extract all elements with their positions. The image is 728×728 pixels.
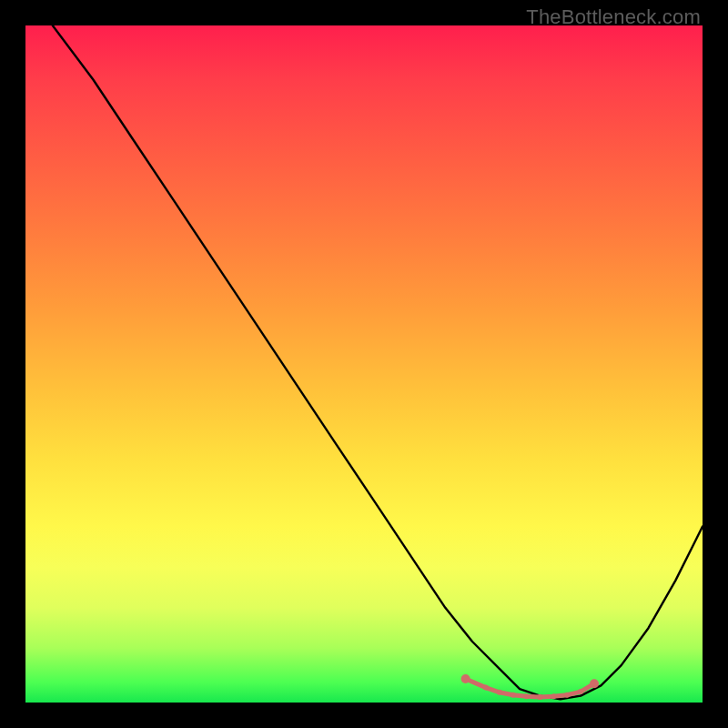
svg-point-5 (524, 693, 530, 699)
svg-point-0 (461, 674, 470, 683)
svg-point-4 (511, 693, 516, 698)
chart-svg (25, 25, 703, 703)
svg-point-1 (590, 679, 599, 688)
bottleneck-curve (53, 25, 703, 699)
svg-point-7 (551, 693, 556, 699)
svg-point-6 (537, 694, 542, 700)
watermark-text: TheBottleneck.com (526, 5, 701, 29)
svg-point-8 (564, 693, 570, 698)
svg-point-2 (483, 685, 489, 691)
svg-point-3 (497, 690, 502, 695)
svg-point-9 (578, 689, 583, 694)
